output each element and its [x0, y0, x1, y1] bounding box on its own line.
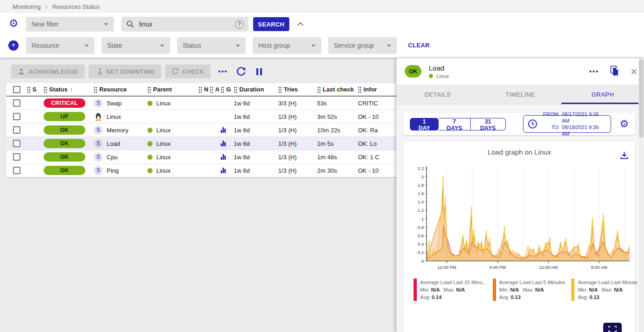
svg-text:1.6: 1.6	[418, 191, 424, 196]
graph-chart-icon[interactable]	[221, 154, 226, 160]
row-checkbox[interactable]	[13, 153, 20, 161]
tab-details[interactable]: DETAILS	[396, 85, 479, 104]
panel-body: 1 DAY 7 DAYS 31 DAYS FROM:08/17/2021 9:3…	[396, 104, 644, 332]
copy-link-icon[interactable]	[610, 65, 619, 78]
acknowledge-button[interactable]: ACKNOWLEDGE	[11, 65, 85, 78]
search-box[interactable]: ?	[121, 17, 249, 32]
panel-header: OK Load Linux ••• ×	[396, 58, 644, 85]
row-checkbox[interactable]	[13, 167, 20, 174]
graph-chart-icon[interactable]	[221, 127, 226, 133]
column-header-tries[interactable]: Tries	[278, 83, 317, 96]
search-help-icon[interactable]: ?	[235, 20, 244, 29]
add-criteria-button[interactable]: +	[8, 40, 19, 51]
resource-filter-select[interactable]: Resource	[26, 37, 95, 54]
search-button[interactable]: SEARCH	[253, 17, 289, 31]
duration-value: 1w 6d	[234, 110, 278, 123]
breadcrumb-separator-icon: ›	[45, 3, 48, 10]
service-badge: S	[94, 125, 103, 135]
svg-text:0.8: 0.8	[418, 225, 424, 230]
status-badge: OK	[44, 152, 85, 162]
svg-text:2: 2	[421, 174, 424, 179]
more-actions-icon[interactable]: •••	[218, 68, 228, 75]
search-input[interactable]	[139, 20, 227, 28]
range-1-day-button[interactable]: 1 DAY	[410, 118, 439, 130]
drag-handle-icon[interactable]	[94, 86, 97, 93]
drag-handle-icon[interactable]	[147, 86, 151, 93]
column-header-parent[interactable]: Parent	[147, 83, 198, 96]
graph-settings-gear-icon[interactable]: ⚙	[619, 118, 629, 130]
column-header-severity[interactable]: S	[27, 83, 44, 96]
drag-handle-icon[interactable]	[234, 86, 237, 93]
close-panel-icon[interactable]: ×	[631, 67, 638, 76]
to-value: 08/18/2021 9:36 AM	[562, 124, 606, 137]
range-31-days-button[interactable]: 31 DAYS	[471, 118, 506, 130]
filter-header: ⚙ New filter ? SEARCH + Resource	[0, 13, 644, 58]
svg-text:1: 1	[421, 216, 424, 221]
tries-value: 3/3 (H)	[278, 97, 317, 110]
column-header-resource[interactable]: Resource	[94, 83, 147, 96]
download-graph-icon[interactable]	[620, 151, 629, 162]
chevron-down-icon	[311, 45, 316, 47]
state-filter-select[interactable]: State	[102, 37, 170, 54]
resource-name: Memory	[107, 127, 128, 134]
graph-chart-icon[interactable]	[221, 141, 226, 146]
column-header-graph[interactable]: G	[221, 83, 234, 96]
load-graph-svg[interactable]: 00.20.40.60.811.21.41.61.822.212:00 PM6:…	[408, 163, 633, 274]
column-header-notification[interactable]: N	[198, 83, 210, 96]
svg-text:0.6: 0.6	[418, 233, 424, 238]
filter-settings-gear-icon[interactable]: ⚙	[9, 18, 19, 29]
legend-color-red	[414, 279, 417, 301]
collapse-filters-chevron-icon[interactable]	[297, 20, 304, 29]
legend-item-load5[interactable]: Average Load Last 5 Minutes Min: N/AMax:…	[493, 279, 566, 301]
legend-item-load15[interactable]: Average Load Last 15 Minu... Min: N/AMax…	[414, 279, 487, 301]
drag-handle-icon[interactable]	[317, 86, 321, 93]
select-all-checkbox[interactable]	[13, 86, 20, 93]
drag-handle-icon[interactable]	[44, 86, 47, 93]
column-header-duration[interactable]: Duration	[234, 83, 278, 96]
column-header-acknowledged[interactable]: A	[210, 83, 221, 96]
panel-title: Load	[429, 64, 449, 72]
legend-color-yellow	[571, 279, 574, 301]
row-checkbox[interactable]	[13, 126, 20, 134]
drag-handle-icon[interactable]	[198, 86, 202, 93]
svg-text:0.4: 0.4	[418, 241, 424, 247]
check-button[interactable]: CHECK	[165, 65, 211, 78]
clear-filters-button[interactable]: CLEAR	[408, 42, 430, 49]
breadcrumb-monitoring[interactable]: Monitoring	[13, 3, 41, 10]
set-downtime-label: SET DOWNTIME	[106, 68, 155, 75]
column-header-last-check[interactable]: Last check	[317, 83, 358, 96]
tab-timeline[interactable]: TIMELINE	[479, 85, 561, 104]
fullscreen-button[interactable]	[603, 323, 622, 332]
scrollbar-thumb[interactable]	[639, 59, 644, 138]
acknowledge-label: ACKNOWLEDGE	[28, 68, 78, 75]
check-refresh-icon	[172, 68, 179, 75]
refresh-button[interactable]	[236, 66, 246, 77]
service-group-filter-select[interactable]: Service group	[328, 37, 397, 54]
legend-item-load1[interactable]: Average Load Last Minute Min: N/AMax: N/…	[571, 279, 637, 301]
set-downtime-button[interactable]: SET DOWNTIME	[89, 65, 161, 78]
panel-more-actions-icon[interactable]: •••	[589, 68, 599, 75]
host-group-filter-select[interactable]: Host group	[253, 37, 321, 54]
breadcrumb-resources-status[interactable]: Resources Status	[52, 3, 100, 10]
custom-time-period-button[interactable]: FROM:08/17/2021 9:36 AM TO:08/18/2021 9:…	[523, 115, 612, 133]
parent-name: Linux	[156, 140, 171, 147]
pause-refresh-button[interactable]	[256, 68, 262, 75]
column-header-status[interactable]: Status↑	[44, 83, 94, 96]
drag-handle-icon[interactable]	[27, 86, 31, 93]
drag-handle-icon[interactable]	[221, 86, 224, 93]
drag-handle-icon[interactable]	[358, 86, 362, 93]
row-checkbox[interactable]	[13, 99, 20, 107]
status-filter-select[interactable]: Status	[177, 37, 246, 54]
last-check-value: 10m 22s	[317, 124, 358, 137]
panel-scrollbar[interactable]	[638, 58, 644, 332]
duration-value: 1w 6d	[234, 124, 278, 137]
row-checkbox[interactable]	[13, 140, 20, 147]
drag-handle-icon[interactable]	[210, 86, 213, 93]
range-7-days-button[interactable]: 7 DAYS	[439, 118, 471, 130]
tab-graph[interactable]: GRAPH	[561, 85, 644, 104]
row-checkbox[interactable]	[13, 113, 20, 120]
graph-chart-icon[interactable]	[221, 168, 226, 173]
drag-handle-icon[interactable]	[278, 86, 282, 93]
breadcrumb: Monitoring › Resources Status	[0, 0, 644, 13]
saved-filter-select[interactable]: New filter	[26, 17, 114, 32]
